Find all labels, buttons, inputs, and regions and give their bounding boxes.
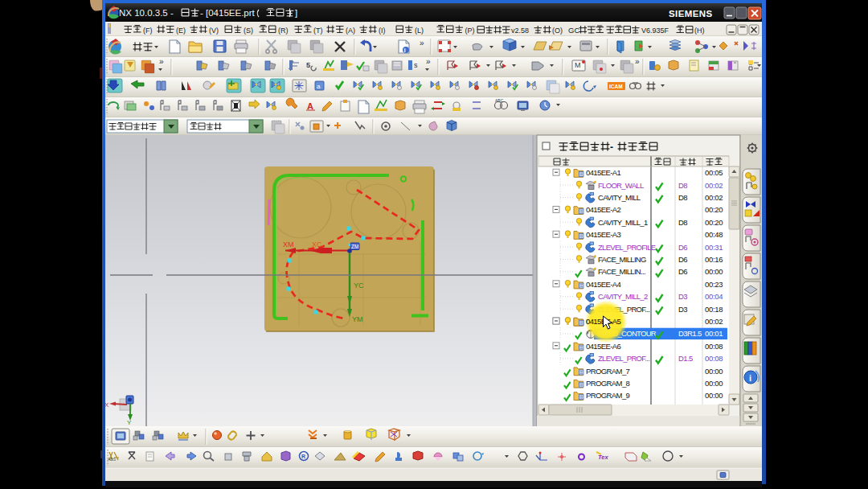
svg-text:(O): (O) <box>552 27 563 35</box>
svg-text:0415EE-A2: 0415EE-A2 <box>586 205 621 214</box>
svg-text:]: ] <box>295 8 297 18</box>
svg-text:00:20: 00:20 <box>705 218 723 227</box>
svg-text:00:08: 00:08 <box>705 342 723 351</box>
svg-text:XC: XC <box>312 240 322 249</box>
svg-text:FACE_MILLIN...: FACE_MILLIN... <box>598 267 645 276</box>
svg-text:00:08: 00:08 <box>705 354 723 363</box>
svg-text:0415EE-A3: 0415EE-A3 <box>586 230 621 239</box>
svg-text:0415EE-A6: 0415EE-A6 <box>586 342 621 351</box>
svg-text:GC: GC <box>568 26 579 35</box>
svg-text:X: X <box>104 401 109 409</box>
svg-text:(P): (P) <box>465 27 475 35</box>
svg-text:00:18: 00:18 <box>705 305 723 314</box>
svg-text:00:00: 00:00 <box>705 379 723 388</box>
svg-text:(I): (I) <box>379 27 386 35</box>
svg-text:(V): (V) <box>209 27 219 35</box>
svg-text:ABS: ABS <box>108 457 117 462</box>
svg-text:(H): (H) <box>694 27 705 35</box>
svg-text:00:48: 00:48 <box>705 230 723 239</box>
svg-text:00:23: 00:23 <box>705 280 723 289</box>
svg-text:s: s <box>414 61 418 69</box>
svg-text:PROGRAM_8: PROGRAM_8 <box>586 379 630 388</box>
svg-text:00:01: 00:01 <box>705 329 723 338</box>
svg-text:00:00: 00:00 <box>705 391 723 400</box>
svg-text:A: A <box>307 101 313 111</box>
svg-text:XM: XM <box>283 240 294 249</box>
svg-text:D1.5: D1.5 <box>678 354 693 363</box>
svg-text:00:00: 00:00 <box>705 267 723 276</box>
svg-text:PROGRAM_9: PROGRAM_9 <box>586 391 630 400</box>
svg-text:R: R <box>301 454 305 459</box>
svg-text:ABC: ABC <box>495 98 504 103</box>
svg-text:D3: D3 <box>678 292 687 301</box>
svg-text:00:02: 00:02 <box>705 193 723 202</box>
svg-text:D8: D8 <box>678 193 687 202</box>
svg-text:»: » <box>635 57 640 66</box>
svg-text:00:00: 00:00 <box>705 367 723 376</box>
svg-text:V6.935F: V6.935F <box>641 27 669 35</box>
svg-text:D8: D8 <box>678 181 687 190</box>
svg-text:D3R1.5: D3R1.5 <box>678 329 702 338</box>
svg-text:PROGRAM_7: PROGRAM_7 <box>586 367 630 376</box>
svg-text:FLOOR_WALL: FLOOR_WALL <box>598 181 644 190</box>
svg-text:00:02: 00:02 <box>705 181 723 190</box>
svg-text:CAVITY_MILL: CAVITY_MILL <box>598 193 641 202</box>
svg-text:D6: D6 <box>678 243 687 252</box>
svg-text:00:20: 00:20 <box>705 205 723 214</box>
svg-text:- [0415EE.prt: - [0415EE.prt <box>200 8 256 18</box>
svg-text:(T): (T) <box>313 27 323 35</box>
svg-text:D3: D3 <box>678 305 687 314</box>
svg-text:(E): (E) <box>176 27 186 35</box>
svg-text:00:16: 00:16 <box>705 255 723 264</box>
svg-text:Y: Y <box>127 419 132 426</box>
svg-text:SIEMENS: SIEMENS <box>669 9 713 18</box>
svg-text:YC: YC <box>354 281 364 290</box>
svg-text:NX 10.0.3.5 -: NX 10.0.3.5 - <box>119 8 174 18</box>
svg-text:ZLEVEL_PROF...: ZLEVEL_PROF... <box>598 354 649 363</box>
svg-text:(R): (R) <box>278 27 289 35</box>
svg-text:v2.58: v2.58 <box>511 27 529 35</box>
svg-text:00:04: 00:04 <box>705 292 723 301</box>
svg-text:0415EE-A1: 0415EE-A1 <box>586 168 621 177</box>
svg-text:»: » <box>159 57 164 66</box>
svg-text:-: - <box>610 142 613 153</box>
svg-text:(L): (L) <box>415 27 424 35</box>
svg-text:(A): (A) <box>346 27 355 35</box>
svg-text:5: 5 <box>306 61 310 69</box>
svg-text:D6: D6 <box>678 267 687 276</box>
svg-text:»: » <box>426 57 431 66</box>
svg-text:0415EE-A4: 0415EE-A4 <box>586 280 621 289</box>
svg-text:00:05: 00:05 <box>705 168 723 177</box>
svg-text:00:31: 00:31 <box>705 243 723 252</box>
svg-text:M: M <box>575 61 581 69</box>
svg-text:i: i <box>749 373 751 383</box>
svg-text:CAVITY_MILL_1: CAVITY_MILL_1 <box>598 218 648 227</box>
svg-text:ZLEVEL_PROFILE: ZLEVEL_PROFILE <box>598 243 656 252</box>
svg-text:ZM: ZM <box>351 244 358 249</box>
svg-text:a: a <box>317 83 321 90</box>
svg-text:CAVITY_MILL_2: CAVITY_MILL_2 <box>598 292 648 301</box>
svg-text:(S): (S) <box>244 27 253 35</box>
svg-text:FACE_MILLING: FACE_MILLING <box>598 255 646 264</box>
svg-text:»: » <box>420 39 424 47</box>
svg-text:D8: D8 <box>678 218 687 227</box>
svg-text:Tex: Tex <box>598 454 608 461</box>
svg-text:D6: D6 <box>678 255 687 264</box>
svg-text:i: i <box>404 47 406 54</box>
svg-text:ICAM: ICAM <box>609 84 623 89</box>
svg-text:00:02: 00:02 <box>705 317 723 326</box>
svg-text:(F): (F) <box>143 27 153 35</box>
svg-text:YM: YM <box>352 315 363 323</box>
